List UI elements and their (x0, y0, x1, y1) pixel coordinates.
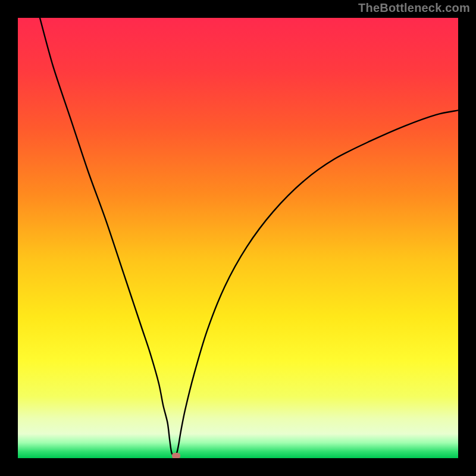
optimum-marker (172, 453, 180, 458)
watermark-text: TheBottleneck.com (358, 1, 470, 15)
curve-layer (18, 18, 458, 458)
bottleneck-curve (40, 18, 458, 455)
plot-area (18, 18, 458, 458)
chart-frame: TheBottleneck.com (0, 0, 476, 476)
